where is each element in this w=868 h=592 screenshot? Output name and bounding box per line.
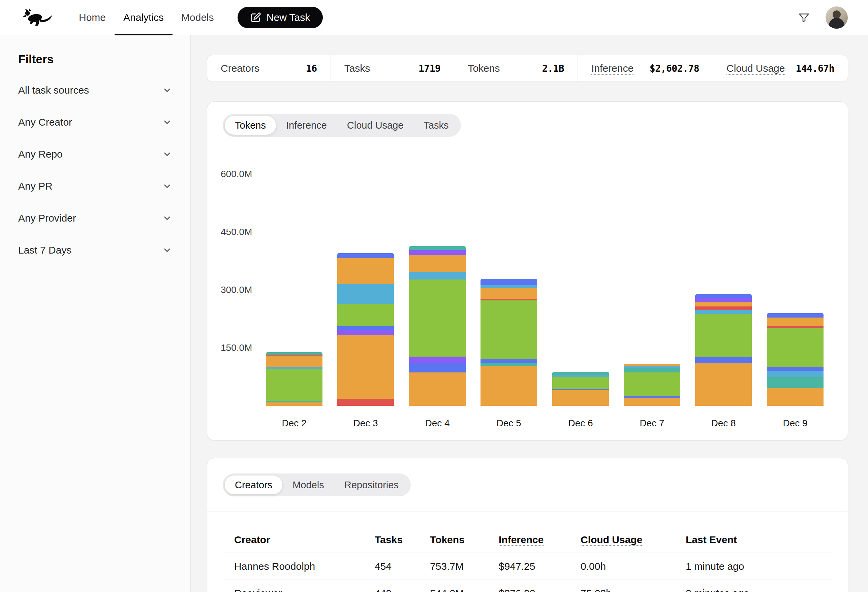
tab-models[interactable]: Models — [282, 476, 334, 494]
cell-creator: Rooviewer — [234, 588, 375, 592]
stacked-bar-dec-7[interactable] — [624, 364, 680, 406]
chevron-down-icon — [162, 245, 172, 255]
table-header-row: Creator Tasks Tokens Inference Cloud Usa… — [223, 527, 832, 553]
bar-segment-green — [767, 328, 824, 367]
chevron-down-icon — [162, 149, 172, 159]
navbar-right — [798, 6, 848, 29]
filter-repo[interactable]: Any Repo — [18, 138, 172, 170]
bar-segment-teal — [266, 352, 322, 355]
bar-segment-teal — [409, 246, 466, 250]
nav-item-home[interactable]: Home — [70, 0, 115, 35]
bar-segment-orange — [695, 302, 752, 307]
bar-segment-blue — [480, 279, 537, 285]
stat-tokens-label: Tokens — [468, 63, 500, 74]
col-inference[interactable]: Inference — [499, 534, 580, 546]
stacked-bar-dec-4[interactable] — [409, 246, 466, 406]
stacked-bar-dec-8[interactable] — [695, 294, 752, 406]
bar-segment-green — [409, 280, 466, 356]
bar-segment-green — [695, 314, 752, 357]
bar-segment-blue — [624, 396, 680, 398]
y-axis-tick: 600.0M — [221, 169, 252, 180]
stacked-bar-dec-2[interactable] — [266, 352, 322, 406]
x-axis-label: Dec 3 — [337, 418, 394, 429]
filter-repo-label: Any Repo — [18, 149, 63, 160]
stat-cloud-usage-value: 144.67h — [796, 63, 834, 74]
bar-segment-sky — [767, 371, 824, 377]
stacked-bar-dec-3[interactable] — [337, 253, 394, 406]
new-task-label: New Task — [267, 12, 310, 23]
bar-segment-blue — [337, 326, 394, 331]
filter-provider-label: Any Provider — [18, 212, 76, 224]
bar-segment-orange — [337, 335, 394, 399]
bar-segment-orange — [767, 318, 824, 326]
bar-segment-orange — [624, 364, 680, 367]
y-axis-tick: 450.0M — [221, 227, 252, 237]
x-axis-label: Dec 7 — [624, 418, 680, 429]
filter-provider[interactable]: Any Provider — [18, 202, 172, 234]
x-axis-label: Dec 6 — [552, 418, 609, 429]
filter-date-range-label: Last 7 Days — [18, 244, 71, 256]
bar-segment-green — [624, 373, 680, 396]
kangaroo-logo[interactable] — [22, 8, 53, 27]
stat-creators: Creators 16 — [207, 55, 331, 81]
filter-funnel-icon[interactable] — [798, 12, 810, 24]
bar-segment-orange — [695, 363, 752, 406]
tab-inference[interactable]: Inference — [276, 116, 337, 135]
filter-creator[interactable]: Any Creator — [18, 106, 172, 138]
tab-creators[interactable]: Creators — [225, 476, 282, 494]
bar-segment-sky — [480, 285, 537, 288]
stat-cloud-usage-label[interactable]: Cloud Usage — [726, 63, 785, 74]
cell-cloud-usage: 75.23h — [580, 588, 686, 592]
table-row[interactable]: Hannes Roodolph 454 753.7M $947.25 0.00h… — [223, 553, 832, 580]
nav-item-analytics[interactable]: Analytics — [115, 0, 173, 35]
bar-segment-purple — [695, 298, 752, 301]
bar-segment-teal — [767, 377, 824, 388]
bar-segment-blue — [480, 359, 537, 363]
filters-sidebar: Filters All task sources Any Creator Any… — [0, 35, 191, 592]
stacked-bar-dec-5[interactable] — [480, 279, 537, 406]
bar-segment-orange — [552, 390, 609, 406]
nav-item-models[interactable]: Models — [173, 0, 223, 35]
stacked-bar-dec-6[interactable] — [552, 372, 609, 406]
filter-creator-label: Any Creator — [18, 116, 72, 128]
bar-segment-orange — [266, 402, 322, 406]
table-row[interactable]: Rooviewer 440 544.3M $376.28 75.23h 3 mi… — [223, 580, 832, 592]
avatar-figure-torso — [829, 18, 844, 29]
bar-segment-blue — [695, 294, 752, 298]
bar-segment-orange — [409, 373, 466, 406]
creators-table: Creator Tasks Tokens Inference Cloud Usa… — [223, 527, 832, 592]
tab-repositories[interactable]: Repositories — [334, 476, 409, 494]
avatar[interactable] — [825, 6, 848, 29]
filter-task-sources[interactable]: All task sources — [18, 74, 172, 106]
tab-tasks[interactable]: Tasks — [413, 116, 459, 135]
col-cloud-usage[interactable]: Cloud Usage — [580, 534, 686, 546]
bar-segment-green — [266, 369, 322, 401]
stat-inference-label[interactable]: Inference — [591, 63, 633, 74]
col-tasks: Tasks — [375, 534, 430, 546]
bar-segment-orange — [480, 288, 537, 299]
new-task-button[interactable]: New Task — [238, 7, 323, 28]
main-content: Creators 16 Tasks 1719 Tokens 2.1B Infer… — [191, 35, 868, 592]
stat-creators-value: 16 — [306, 63, 317, 74]
stacked-bar-dec-9[interactable] — [767, 313, 824, 406]
y-axis-tick: 150.0M — [221, 342, 252, 353]
tab-cloud-usage[interactable]: Cloud Usage — [337, 116, 414, 135]
stat-inference-value: $2,602.78 — [650, 63, 699, 74]
bar-segment-purple — [337, 330, 394, 335]
tab-tokens[interactable]: Tokens — [225, 116, 276, 135]
chevron-down-icon — [162, 181, 172, 191]
chevron-down-icon — [162, 85, 172, 95]
filter-pr[interactable]: Any PR — [18, 170, 172, 202]
cell-creator: Hannes Roodolph — [234, 561, 375, 572]
bar-segment-teal — [624, 368, 680, 373]
stat-tasks-label: Tasks — [344, 63, 370, 74]
chart-card: Tokens Inference Cloud Usage Tasks 150.0… — [207, 102, 848, 440]
cell-tokens: 544.3M — [430, 588, 499, 592]
stat-tokens: Tokens 2.1B — [454, 55, 577, 81]
stat-tasks: Tasks 1719 — [331, 55, 454, 81]
cell-inference: $947.25 — [499, 561, 580, 572]
cell-last-event: 1 minute ago — [686, 561, 821, 572]
x-axis-label: Dec 2 — [266, 418, 322, 429]
stat-tasks-value: 1719 — [418, 63, 440, 74]
filter-date-range[interactable]: Last 7 Days — [18, 234, 172, 266]
